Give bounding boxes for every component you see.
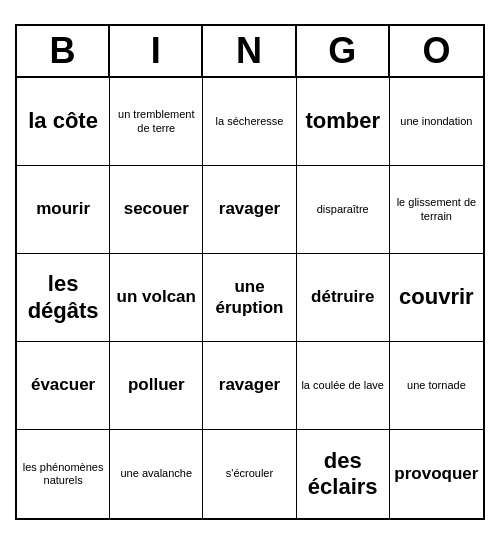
cell-text: s'écrouler (226, 467, 273, 480)
bingo-cell[interactable]: des éclairs (297, 430, 390, 518)
bingo-cell[interactable]: les dégâts (17, 254, 110, 342)
bingo-header: BINGO (17, 26, 483, 78)
bingo-cell[interactable]: s'écrouler (203, 430, 296, 518)
bingo-cell[interactable]: disparaître (297, 166, 390, 254)
cell-text: des éclairs (301, 448, 385, 501)
bingo-cell[interactable]: une avalanche (110, 430, 203, 518)
bingo-cell[interactable]: évacuer (17, 342, 110, 430)
cell-text: les phénomènes naturels (21, 461, 105, 487)
header-letter: I (110, 26, 203, 76)
cell-text: provoquer (394, 464, 478, 484)
cell-text: la côte (28, 108, 98, 134)
cell-text: ravager (219, 375, 280, 395)
bingo-cell[interactable]: la coulée de lave (297, 342, 390, 430)
bingo-cell[interactable]: polluer (110, 342, 203, 430)
bingo-cell[interactable]: mourir (17, 166, 110, 254)
cell-text: une éruption (207, 277, 291, 318)
cell-text: une avalanche (121, 467, 193, 480)
bingo-cell[interactable]: un volcan (110, 254, 203, 342)
bingo-cell[interactable]: un tremblement de terre (110, 78, 203, 166)
cell-text: disparaître (317, 203, 369, 216)
bingo-cell[interactable]: une éruption (203, 254, 296, 342)
bingo-cell[interactable]: secouer (110, 166, 203, 254)
bingo-cell[interactable]: la sécheresse (203, 78, 296, 166)
bingo-cell[interactable]: couvrir (390, 254, 483, 342)
header-letter: G (297, 26, 390, 76)
cell-text: couvrir (399, 284, 474, 310)
bingo-grid: la côteun tremblement de terrela séchere… (17, 78, 483, 518)
cell-text: tomber (305, 108, 380, 134)
bingo-cell[interactable]: provoquer (390, 430, 483, 518)
cell-text: secouer (124, 199, 189, 219)
cell-text: ravager (219, 199, 280, 219)
bingo-cell[interactable]: le glissement de terrain (390, 166, 483, 254)
bingo-cell[interactable]: une inondation (390, 78, 483, 166)
cell-text: polluer (128, 375, 185, 395)
cell-text: détruire (311, 287, 374, 307)
cell-text: mourir (36, 199, 90, 219)
cell-text: les dégâts (21, 271, 105, 324)
bingo-cell[interactable]: les phénomènes naturels (17, 430, 110, 518)
cell-text: un tremblement de terre (114, 108, 198, 134)
bingo-cell[interactable]: une tornade (390, 342, 483, 430)
cell-text: le glissement de terrain (394, 196, 479, 222)
header-letter: O (390, 26, 483, 76)
bingo-cell[interactable]: tomber (297, 78, 390, 166)
header-letter: B (17, 26, 110, 76)
cell-text: la coulée de lave (301, 379, 384, 392)
cell-text: la sécheresse (216, 115, 284, 128)
header-letter: N (203, 26, 296, 76)
bingo-cell[interactable]: détruire (297, 254, 390, 342)
bingo-cell[interactable]: la côte (17, 78, 110, 166)
bingo-cell[interactable]: ravager (203, 166, 296, 254)
bingo-cell[interactable]: ravager (203, 342, 296, 430)
cell-text: évacuer (31, 375, 95, 395)
cell-text: un volcan (117, 287, 196, 307)
cell-text: une inondation (400, 115, 472, 128)
bingo-card: BINGO la côteun tremblement de terrela s… (15, 24, 485, 520)
cell-text: une tornade (407, 379, 466, 392)
